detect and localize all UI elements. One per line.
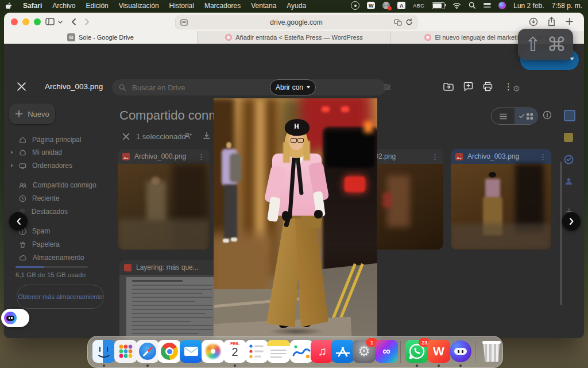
- dock-calendar-icon[interactable]: FEB. 2: [223, 340, 246, 363]
- reload-icon[interactable]: [405, 18, 413, 26]
- expand-caret-icon[interactable]: [11, 151, 13, 154]
- page-settings-icon[interactable]: [180, 19, 188, 26]
- dock-adobe-cc-icon[interactable]: ∞: [375, 340, 398, 363]
- close-preview-icon[interactable]: [17, 82, 26, 91]
- back-button[interactable]: [71, 18, 76, 26]
- share-icon[interactable]: [547, 17, 556, 26]
- scrollbar[interactable]: [560, 162, 562, 305]
- sidebar-item-computers[interactable]: Ordenadores: [19, 162, 72, 170]
- preview-more-vert-icon[interactable]: ⋮: [504, 82, 513, 92]
- download-selected-icon[interactable]: [203, 132, 211, 140]
- calendar-panel-icon[interactable]: [564, 110, 575, 121]
- dock-reminders-icon[interactable]: [245, 340, 268, 363]
- details-info-icon[interactable]: [543, 110, 552, 120]
- control-center-icon[interactable]: [483, 2, 491, 9]
- previous-file-button[interactable]: [9, 212, 28, 231]
- translate-icon[interactable]: [394, 19, 402, 26]
- dock-music-icon[interactable]: ♫: [311, 340, 334, 363]
- input-source-icon[interactable]: A: [397, 2, 405, 9]
- file-card-archivo-003-selected[interactable]: Archivo_003.png ⋮: [451, 149, 551, 250]
- dock-launchpad-icon[interactable]: [114, 340, 137, 363]
- sidebar-item-trash[interactable]: Papelera: [19, 240, 60, 248]
- dock-mail-icon[interactable]: [180, 340, 203, 363]
- menu-ayuda[interactable]: Ayuda: [281, 2, 311, 10]
- more-vert-icon[interactable]: ⋮: [198, 152, 205, 161]
- dock-wps-icon[interactable]: W: [427, 340, 450, 363]
- dock-freeform-icon[interactable]: [290, 340, 313, 363]
- sidebar-item-storage[interactable]: Almacenamiento: [19, 254, 84, 262]
- list-view-button[interactable]: [492, 108, 514, 124]
- minimize-window-button[interactable]: [22, 18, 29, 25]
- menu-marcadores[interactable]: Marcadores: [199, 2, 246, 10]
- dock-chrome-icon[interactable]: [158, 340, 181, 363]
- contacts-panel-icon[interactable]: [564, 177, 573, 186]
- share-selected-icon[interactable]: [184, 132, 193, 140]
- menu-visualizacion[interactable]: Visualización: [114, 2, 164, 10]
- wordpress-status-icon[interactable]: W: [367, 2, 375, 9]
- drive-new-button[interactable]: Nuevo: [9, 103, 55, 124]
- address-bar[interactable]: drive.google.com: [175, 16, 417, 29]
- downloads-button[interactable]: [529, 17, 538, 26]
- menu-historial[interactable]: Historial: [164, 2, 199, 10]
- tasks-panel-icon[interactable]: [564, 155, 574, 164]
- next-file-button[interactable]: [562, 212, 581, 231]
- drive-search-bar[interactable]: Buscar en Drive: [112, 79, 386, 95]
- sidebar-item-recent[interactable]: Reciente: [19, 194, 59, 202]
- clear-selection-icon[interactable]: [122, 133, 130, 140]
- search-options-icon[interactable]: [383, 83, 392, 91]
- more-vert-icon[interactable]: ⋮: [431, 152, 439, 161]
- dock-photos-icon[interactable]: [202, 340, 225, 363]
- screen-record-icon[interactable]: [351, 1, 359, 10]
- menu-edicion[interactable]: Edición: [80, 2, 113, 10]
- sidebar-item-home[interactable]: Página principal: [19, 136, 81, 144]
- open-with-button[interactable]: Abrir con: [270, 79, 316, 95]
- sidebar-toggle-icon[interactable]: [45, 18, 55, 25]
- file-card-archivo-000[interactable]: Archivo_000.png ⋮: [118, 149, 210, 250]
- menubar-date[interactable]: Lun 2 feb.: [513, 2, 544, 10]
- sidebar-item-shared-with-me[interactable]: Compartido conmigo: [19, 181, 96, 189]
- sidebar-item-starred[interactable]: ☆ Destacados: [19, 208, 68, 216]
- battery-icon[interactable]: [432, 2, 445, 9]
- dock-settings-icon[interactable]: ⚙ 1: [353, 340, 376, 363]
- tab-wordpress[interactable]: Añadir entrada < Esteña Press — WordPres…: [198, 31, 391, 44]
- calendar-day-label: 2: [223, 346, 246, 359]
- dock-ai-assistant-icon[interactable]: [449, 340, 472, 363]
- macos-menu-bar: Safari Archivo Edición Visualización His…: [0, 0, 588, 11]
- dock-safari-icon[interactable]: [136, 340, 159, 363]
- dock-finder-icon[interactable]: [92, 340, 115, 363]
- tab-google-drive[interactable]: G Sole - Google Drive: [4, 31, 198, 44]
- sidebar-item-my-drive[interactable]: Mi unidad: [19, 148, 62, 156]
- expand-caret-icon[interactable]: [11, 164, 13, 167]
- spotlight-icon[interactable]: [469, 2, 476, 9]
- tab-bar: G Sole - Google Drive Añadir entrada < E…: [4, 31, 584, 44]
- siri-icon[interactable]: [498, 2, 506, 9]
- fullscreen-window-button[interactable]: [34, 18, 41, 25]
- close-window-button[interactable]: [11, 18, 18, 25]
- dock-trash-icon[interactable]: [480, 340, 503, 363]
- file-name: Archivo_000.png: [134, 152, 186, 160]
- dock-whatsapp-icon[interactable]: 23: [405, 340, 428, 363]
- more-vert-icon[interactable]: ⋮: [539, 152, 547, 161]
- keyboard-layout-label[interactable]: ABC: [413, 3, 424, 9]
- new-tab-icon[interactable]: [566, 18, 573, 25]
- wifi-icon[interactable]: [452, 2, 461, 9]
- menu-archivo[interactable]: Archivo: [47, 2, 80, 10]
- assistant-extension-button[interactable]: [1, 309, 29, 327]
- document-card-layering[interactable]: Layering: más que... ⋮: [119, 260, 225, 338]
- add-comment-icon[interactable]: [463, 82, 473, 91]
- menu-app-name[interactable]: Safari: [18, 2, 47, 10]
- sidebar-chevron-icon[interactable]: [58, 21, 63, 24]
- forward-button[interactable]: [84, 18, 90, 26]
- grid-view-button[interactable]: [514, 108, 537, 124]
- dock-appstore-icon[interactable]: [331, 340, 354, 363]
- tab-title: Sole - Google Drive: [79, 34, 134, 41]
- move-to-drive-icon[interactable]: [443, 82, 454, 91]
- notification-swirl-icon[interactable]: [382, 2, 390, 9]
- menu-ventana[interactable]: Ventana: [246, 2, 281, 10]
- dock-notes-icon[interactable]: [267, 340, 290, 363]
- print-icon[interactable]: [483, 82, 493, 91]
- keep-panel-icon[interactable]: [564, 133, 573, 142]
- settings-gear-icon[interactable]: ⚙: [513, 84, 520, 93]
- get-more-storage-button[interactable]: Obtener más almacenamiento: [17, 285, 104, 309]
- apple-menu-icon[interactable]: [0, 2, 18, 10]
